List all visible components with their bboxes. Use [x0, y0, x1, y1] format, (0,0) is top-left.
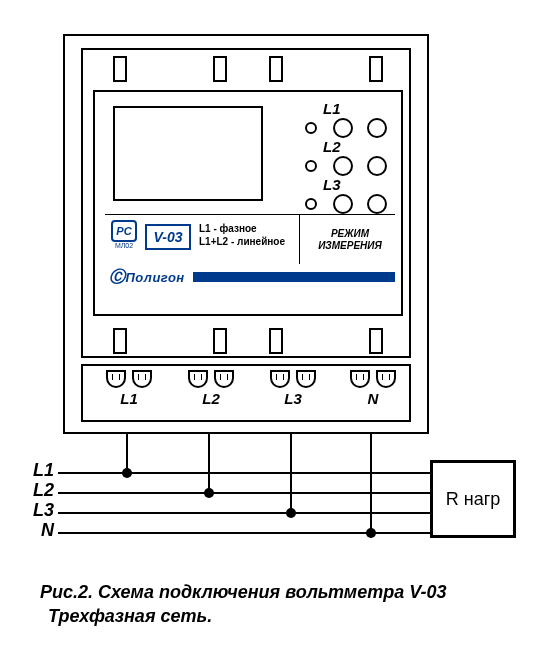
indicator-led-big: [333, 194, 353, 214]
node-l1: [122, 468, 132, 478]
drop-wire-n: [370, 434, 372, 534]
indicator-led-small: [305, 160, 317, 172]
device-face-panel: L1 L2 L3 PC МЛ02 V-03: [81, 48, 411, 358]
terminal-n: N: [343, 370, 403, 407]
screw-icon: [270, 370, 290, 388]
terminal-l2: L2: [181, 370, 241, 407]
certification-mark: PC МЛ02: [109, 220, 139, 249]
load-resistor-box: R нагр: [430, 460, 516, 538]
indicator-led-big: [333, 156, 353, 176]
bus-label-l1: L1: [24, 460, 54, 481]
bus-wire-l3: [58, 512, 430, 514]
mounting-notch: [269, 56, 283, 82]
mounting-notch: [269, 328, 283, 354]
cert-sub: МЛ02: [109, 242, 139, 249]
drop-wire-l2: [208, 434, 210, 494]
bus-label-n: N: [24, 520, 54, 541]
cert-pc-icon: PC: [111, 220, 137, 242]
mounting-notch: [369, 328, 383, 354]
terminal-l3: L3: [263, 370, 323, 407]
terminal-label: N: [343, 390, 403, 407]
brand-row: ⒸПолигон: [105, 268, 395, 286]
drop-wire-l3: [290, 434, 292, 514]
indicator-led-small: [305, 198, 317, 210]
legend-line2: L1+L2 - линейное: [199, 235, 285, 248]
indicator-label-l1: L1: [323, 100, 341, 117]
mounting-notch: [213, 328, 227, 354]
terminal-strip: L1 L2 L3 N: [81, 364, 411, 422]
mounting-notch: [369, 56, 383, 82]
indicator-led-big: [367, 156, 387, 176]
screw-icon: [132, 370, 152, 388]
terminal-label: L3: [263, 390, 323, 407]
bus-wire-l1: [58, 472, 430, 474]
screw-icon: [376, 370, 396, 388]
mounting-notch: [213, 56, 227, 82]
screw-icon: [106, 370, 126, 388]
device-face: L1 L2 L3 PC МЛ02 V-03: [93, 90, 403, 316]
display-screen: [113, 106, 263, 201]
indicator-led-big: [367, 194, 387, 214]
voltmeter-device: L1 L2 L3 PC МЛ02 V-03: [63, 34, 429, 434]
terminal-label: L1: [99, 390, 159, 407]
legend-text: L1 - фазное L1+L2 - линейное: [199, 222, 285, 248]
load-label: R нагр: [446, 489, 501, 510]
screw-icon: [296, 370, 316, 388]
bus-wire-l2: [58, 492, 430, 494]
bus-label-l2: L2: [24, 480, 54, 501]
mounting-notch: [113, 56, 127, 82]
node-n: [366, 528, 376, 538]
caption-line1: Рис.2. Схема подключения вольтметра V-03: [40, 580, 510, 604]
terminal-label: L2: [181, 390, 241, 407]
mode-line2: ИЗМЕРЕНИЯ: [309, 240, 391, 252]
model-badge: V-03: [145, 224, 191, 250]
indicator-led-big: [367, 118, 387, 138]
face-divider-v: [299, 214, 300, 264]
brand-logo: ⒸПолигон: [109, 267, 185, 288]
indicator-label-l2: L2: [323, 138, 341, 155]
face-divider-h: [105, 214, 395, 215]
mounting-notch: [113, 328, 127, 354]
indicator-led-big: [333, 118, 353, 138]
bus-label-l3: L3: [24, 500, 54, 521]
screw-icon: [188, 370, 208, 388]
screw-icon: [350, 370, 370, 388]
node-l3: [286, 508, 296, 518]
node-l2: [204, 488, 214, 498]
terminal-l1: L1: [99, 370, 159, 407]
mode-line1: РЕЖИМ: [309, 228, 391, 240]
screw-icon: [214, 370, 234, 388]
indicator-label-l3: L3: [323, 176, 341, 193]
indicator-led-small: [305, 122, 317, 134]
caption-line2: Трехфазная сеть.: [40, 604, 510, 628]
legend-line1: L1 - фазное: [199, 222, 285, 235]
brand-bar: [193, 272, 395, 282]
mode-label: РЕЖИМ ИЗМЕРЕНИЯ: [309, 222, 391, 258]
figure-caption: Рис.2. Схема подключения вольтметра V-03…: [40, 580, 510, 628]
